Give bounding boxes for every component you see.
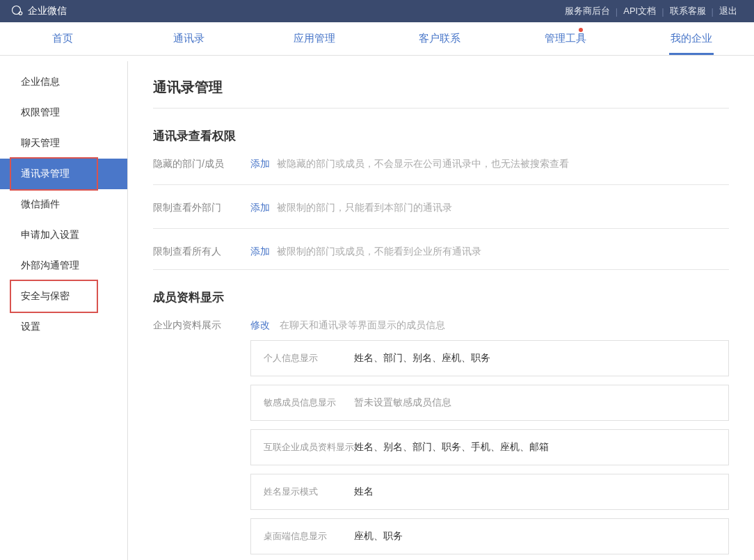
nav-tab-label: 首页	[52, 32, 73, 45]
app-title: 企业微信	[28, 5, 67, 17]
nav-tab-apps[interactable]: 应用管理	[251, 22, 377, 55]
info-box-label: 互联企业成员资料显示	[264, 441, 354, 454]
nav-tab-label: 通讯录	[173, 32, 204, 45]
section-title-member-display: 成员资料显示	[153, 289, 729, 305]
divider	[153, 228, 729, 229]
divider	[153, 269, 729, 270]
setting-desc: 被限制的部门，只能看到本部门的通讯录	[277, 202, 452, 214]
top-bar: 企业微信 服务商后台 | API文档 | 联系客服 | 退出	[0, 0, 754, 22]
nav-tab-label: 应用管理	[294, 32, 335, 45]
info-box-value: 姓名、别名、部门、职务、手机、座机、邮箱	[354, 441, 549, 454]
setting-label: 隐藏的部门/成员	[153, 158, 250, 170]
setting-row-limit-all: 限制查看所有人 添加 被限制的部门或成员，不能看到企业所有通讯录	[153, 246, 729, 258]
nav-tab-label: 我的企业	[671, 32, 712, 45]
info-box-value: 暂未设置敏感成员信息	[354, 397, 451, 409]
info-box-interconnect: 互联企业成员资料显示 姓名、别名、部门、职务、手机、座机、邮箱	[250, 429, 729, 465]
sidebar-item-contacts-mgmt[interactable]: 通讯录管理	[0, 159, 127, 189]
info-head-desc: 在聊天和通讯录等界面显示的成员信息	[280, 319, 445, 330]
setting-desc: 被隐藏的部门或成员，不会显示在公司通讯录中，也无法被搜索查看	[277, 158, 569, 170]
info-box-label: 敏感成员信息显示	[264, 397, 354, 409]
section-title-permissions: 通讯录查看权限	[153, 128, 729, 144]
main-area: 企业信息 权限管理 聊天管理 通讯录管理 微信插件 申请加入设置 外部沟通管理 …	[0, 61, 754, 560]
info-box-label: 姓名显示模式	[264, 486, 354, 498]
info-box-value: 座机、职务	[354, 530, 403, 543]
nav-tabs: 首页 通讯录 应用管理 客户联系 管理工具 我的企业	[0, 22, 754, 56]
add-link[interactable]: 添加	[250, 158, 270, 170]
info-box-personal: 个人信息显示 姓名、部门、别名、座机、职务	[250, 340, 729, 376]
nav-tab-label: 客户联系	[419, 32, 460, 45]
nav-tab-contacts[interactable]: 通讯录	[126, 22, 252, 55]
info-section: 企业内资料展示 修改 在聊天和通讯录等界面显示的成员信息 个人信息显示 姓名、部…	[153, 319, 729, 560]
top-bar-left: 企业微信	[11, 5, 67, 17]
sidebar-item-permission[interactable]: 权限管理	[0, 97, 127, 128]
modify-link[interactable]: 修改	[250, 319, 270, 330]
info-box-value: 姓名、部门、别名、座机、职务	[354, 352, 490, 365]
nav-tab-label: 管理工具	[545, 32, 586, 45]
add-link[interactable]: 添加	[250, 202, 270, 214]
info-right-col: 修改 在聊天和通讯录等界面显示的成员信息 个人信息显示 姓名、部门、别名、座机、…	[250, 319, 729, 560]
nav-tab-mycompany[interactable]: 我的企业	[628, 22, 754, 55]
top-link-apidoc[interactable]: API文档	[618, 5, 661, 17]
wecom-logo-icon	[11, 5, 24, 17]
info-box-label: 桌面端信息显示	[264, 530, 354, 543]
nav-tab-tools[interactable]: 管理工具	[503, 22, 629, 55]
divider	[153, 108, 729, 109]
info-top-row: 修改 在聊天和通讯录等界面显示的成员信息	[250, 319, 729, 332]
top-link-logout[interactable]: 退出	[714, 5, 743, 17]
info-box-label: 个人信息显示	[264, 352, 354, 365]
setting-label: 限制查看外部门	[153, 202, 250, 214]
info-box-name-mode: 姓名显示模式 姓名	[250, 474, 729, 510]
setting-row-limit-external: 限制查看外部门 添加 被限制的部门，只能看到本部门的通讯录	[153, 202, 729, 214]
setting-row-hidden: 隐藏的部门/成员 添加 被隐藏的部门或成员，不会显示在公司通讯录中，也无法被搜索…	[153, 158, 729, 170]
content: 通讯录管理 通讯录查看权限 隐藏的部门/成员 添加 被隐藏的部门或成员，不会显示…	[128, 61, 754, 560]
info-head-label: 企业内资料展示	[153, 319, 250, 332]
setting-label: 限制查看所有人	[153, 246, 250, 258]
sidebar-item-chat[interactable]: 聊天管理	[0, 128, 127, 159]
add-link[interactable]: 添加	[250, 246, 270, 258]
sidebar-item-external[interactable]: 外部沟通管理	[0, 250, 127, 281]
divider	[153, 184, 729, 185]
top-link-support[interactable]: 联系客服	[664, 5, 712, 17]
info-box-value: 姓名	[354, 486, 374, 498]
info-box-sensitive: 敏感成员信息显示 暂未设置敏感成员信息	[250, 385, 729, 421]
setting-desc: 被限制的部门或成员，不能看到企业所有通讯录	[277, 246, 481, 258]
sidebar-item-join-settings[interactable]: 申请加入设置	[0, 220, 127, 250]
sidebar-item-security[interactable]: 安全与保密	[0, 281, 127, 312]
page-title: 通讯录管理	[153, 78, 729, 97]
nav-tab-home[interactable]: 首页	[0, 22, 126, 55]
sidebar: 企业信息 权限管理 聊天管理 通讯录管理 微信插件 申请加入设置 外部沟通管理 …	[0, 61, 128, 560]
top-bar-right: 服务商后台 | API文档 | 联系客服 | 退出	[559, 5, 743, 17]
top-link-provider[interactable]: 服务商后台	[559, 5, 616, 17]
sidebar-item-settings[interactable]: 设置	[0, 312, 127, 342]
nav-tab-customer[interactable]: 客户联系	[377, 22, 503, 55]
sidebar-item-wechat-plugin[interactable]: 微信插件	[0, 189, 127, 220]
info-box-desktop: 桌面端信息显示 座机、职务	[250, 518, 729, 554]
sidebar-item-company-info[interactable]: 企业信息	[0, 67, 127, 97]
